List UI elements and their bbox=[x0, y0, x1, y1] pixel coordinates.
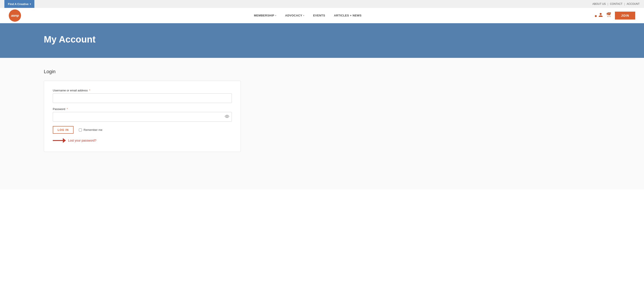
nav-advocacy-label: ADVOCACY bbox=[285, 14, 302, 17]
about-link[interactable]: ABOUT US bbox=[592, 3, 606, 6]
nav-membership[interactable]: MEMBERSHIP ▾ bbox=[254, 14, 276, 17]
find-creative-chevron-icon: ▾ bbox=[30, 3, 31, 5]
logo[interactable]: asmp bbox=[9, 10, 21, 22]
logo-text: asmp bbox=[11, 14, 18, 17]
nav-links: MEMBERSHIP ▾ ADVOCACY ▾ EVENTS ARTICLES … bbox=[21, 14, 594, 17]
nav-articles-label: ARTICLES + NEWS bbox=[334, 14, 362, 17]
arrow-right-icon bbox=[53, 138, 66, 143]
username-input[interactable] bbox=[53, 93, 232, 103]
login-card: Username or email address * Password * bbox=[44, 81, 241, 152]
nav-right: ● JOIN bbox=[594, 12, 635, 20]
login-button[interactable]: LOG IN bbox=[53, 126, 74, 134]
password-required: * bbox=[67, 107, 68, 111]
nav-membership-label: MEMBERSHIP bbox=[254, 14, 274, 17]
remember-checkbox[interactable] bbox=[79, 128, 82, 132]
find-creative-button[interactable]: Find A Creative ▾ bbox=[4, 0, 34, 8]
page-content: Login Username or email address * Passwo… bbox=[0, 58, 644, 189]
actions-row: LOG IN Remember me bbox=[53, 126, 232, 134]
password-label: Password * bbox=[53, 107, 232, 111]
cart-icon[interactable] bbox=[606, 13, 612, 19]
nav-events-label: EVENTS bbox=[313, 14, 325, 17]
sep2: | bbox=[624, 3, 625, 6]
top-bar-nav: ABOUT US | CONTACT | ACCOUNT bbox=[592, 3, 640, 6]
svg-point-0 bbox=[226, 116, 228, 117]
contact-link[interactable]: CONTACT bbox=[610, 3, 622, 6]
top-bar: Find A Creative ▾ ABOUT US | CONTACT | A… bbox=[0, 0, 644, 8]
password-wrapper bbox=[53, 112, 232, 122]
password-group: Password * bbox=[53, 107, 232, 122]
remember-me-text: Remember me bbox=[84, 128, 102, 132]
join-button[interactable]: JOIN bbox=[615, 12, 635, 20]
toggle-password-icon[interactable] bbox=[225, 114, 229, 119]
username-label: Username or email address * bbox=[53, 89, 232, 92]
login-title: Login bbox=[44, 69, 635, 75]
hero-banner: My Account bbox=[0, 23, 644, 58]
nav-articles[interactable]: ARTICLES + NEWS bbox=[334, 14, 362, 17]
main-nav: asmp MEMBERSHIP ▾ ADVOCACY ▾ EVENTS ARTI… bbox=[0, 8, 644, 23]
remember-me-label[interactable]: Remember me bbox=[79, 128, 102, 132]
username-required: * bbox=[89, 89, 90, 92]
membership-chevron-icon: ▾ bbox=[275, 15, 276, 17]
logo-circle: asmp bbox=[9, 10, 21, 22]
nav-events[interactable]: EVENTS bbox=[313, 14, 325, 17]
user-icon[interactable]: ● bbox=[594, 13, 603, 19]
lost-password-link[interactable]: Lost your password? bbox=[68, 139, 96, 142]
username-group: Username or email address * bbox=[53, 89, 232, 103]
hero-title: My Account bbox=[44, 34, 96, 45]
find-creative-label: Find A Creative bbox=[8, 3, 28, 6]
sep1: | bbox=[608, 3, 608, 6]
advocacy-chevron-icon: ▾ bbox=[303, 15, 304, 17]
account-link[interactable]: ACCOUNT bbox=[627, 3, 640, 6]
lost-password-row: Lost your password? bbox=[53, 138, 232, 143]
password-input[interactable] bbox=[53, 112, 232, 122]
nav-advocacy[interactable]: ADVOCACY ▾ bbox=[285, 14, 304, 17]
